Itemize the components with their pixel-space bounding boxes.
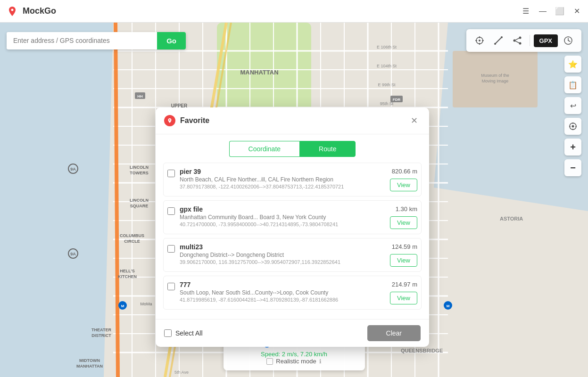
svg-line-85 xyxy=(495,37,502,44)
svg-text:FDR: FDR xyxy=(393,98,401,102)
zoom-out-button[interactable]: − xyxy=(564,159,581,176)
svg-text:LINCOLN: LINCOLN xyxy=(130,165,149,170)
favorite-modal: Favorite ✕ Coordinate Route pier 39 Nort… xyxy=(156,107,429,347)
copy-button[interactable]: 📋 xyxy=(564,76,581,93)
share-button[interactable] xyxy=(509,32,526,49)
modal-close-button[interactable]: ✕ xyxy=(407,114,421,127)
close-button[interactable]: ✕ xyxy=(571,6,582,17)
menu-button[interactable]: ☰ xyxy=(520,6,531,17)
speed-text: Speed: 2 m/s, 7.20 km/h xyxy=(233,351,356,358)
svg-point-90 xyxy=(519,42,521,45)
svg-text:QUEENSBRIDGE: QUEENSBRIDGE xyxy=(401,348,443,353)
select-all-checkbox[interactable] xyxy=(164,329,172,337)
svg-text:SQUARE: SQUARE xyxy=(130,204,149,208)
view-button-3[interactable]: View xyxy=(390,292,417,304)
location-button[interactable] xyxy=(564,118,581,135)
favorite-item: multi23 Dongcheng District--> Dongcheng … xyxy=(163,238,422,272)
info-icon: ℹ xyxy=(319,358,322,365)
undo-button[interactable]: ↩ xyxy=(564,97,581,114)
window-controls: ☰ — ⬜ ✕ xyxy=(520,6,582,17)
item-coords-2: 39.9062170000, 116.3912757000-->39.90540… xyxy=(180,259,385,265)
svg-point-88 xyxy=(519,37,521,39)
item-info-2: multi23 Dongcheng District--> Dongcheng … xyxy=(180,243,385,265)
gpx-button[interactable]: GPX xyxy=(534,34,558,47)
item-coords-0: 37.8079173808, -122.4100262006-->37.8048… xyxy=(180,184,385,189)
item-distance-3: 214.97 m xyxy=(392,281,417,288)
item-coords-3: 41.8719985619, -87.6160044281-->41.87092… xyxy=(180,297,385,303)
svg-text:LINCOLN: LINCOLN xyxy=(130,198,149,203)
select-all-label: Select All xyxy=(175,329,203,337)
svg-text:KITCHEN: KITCHEN xyxy=(118,274,137,279)
svg-line-95 xyxy=(568,41,570,41)
go-button[interactable]: Go xyxy=(157,32,186,49)
svg-text:9A: 9A xyxy=(70,252,76,256)
logo-icon xyxy=(6,5,19,18)
svg-text:THEATER: THEATER xyxy=(91,328,111,332)
item-info-3: 777 South Loop, Near South Sid...County-… xyxy=(180,281,385,303)
item-checkbox-0[interactable] xyxy=(167,170,175,177)
right-panel: ⭐ 📋 ↩ + − xyxy=(564,56,581,176)
map-container: MANHATTAN UPPER WEST SIDE LINCOLN TOWERS… xyxy=(0,23,588,377)
item-name-2: multi23 xyxy=(180,243,385,251)
item-info-0: pier 39 North Beach, CAL Fire Norther...… xyxy=(180,168,385,189)
top-toolbar: Go xyxy=(7,29,581,52)
modal-footer: Select All Clear xyxy=(156,319,429,347)
search-input[interactable] xyxy=(7,32,157,49)
realistic-checkbox[interactable] xyxy=(266,358,273,365)
minimize-button[interactable]: — xyxy=(537,6,548,17)
svg-text:Museum of the: Museum of the xyxy=(481,73,509,78)
modal-tabs: Coordinate Route xyxy=(156,134,429,157)
view-button-2[interactable]: View xyxy=(390,254,417,267)
crosshair-button[interactable] xyxy=(471,32,488,49)
search-area: Go xyxy=(7,32,186,49)
svg-text:TOWERS: TOWERS xyxy=(130,171,148,175)
modal-header-icon xyxy=(164,115,175,126)
select-all-area: Select All xyxy=(164,329,203,337)
clock-button[interactable] xyxy=(560,32,577,49)
svg-text:MoMa: MoMa xyxy=(140,302,152,306)
item-checkbox-2[interactable] xyxy=(167,245,175,253)
item-location-2: Dongcheng District--> Dongcheng District xyxy=(180,252,385,258)
modal-body: pier 39 North Beach, CAL Fire Norther...… xyxy=(156,157,429,319)
app-title: MockGo xyxy=(23,6,56,16)
svg-text:E 104th St: E 104th St xyxy=(377,64,397,68)
item-checkbox-3[interactable] xyxy=(167,283,175,290)
realistic-mode: Realistic mode ℹ xyxy=(233,358,356,365)
svg-point-97 xyxy=(572,125,574,128)
view-button-1[interactable]: View xyxy=(390,216,417,229)
svg-point-80 xyxy=(479,40,480,41)
item-location-1: Manhattan Community Board... Board 3, Ne… xyxy=(180,214,385,221)
svg-text:ASTORIA: ASTORIA xyxy=(500,216,523,221)
favorite-item: gpx file Manhattan Community Board... Bo… xyxy=(163,200,422,234)
favorite-item: pier 39 North Beach, CAL Fire Norther...… xyxy=(163,163,422,197)
clear-button[interactable]: Clear xyxy=(367,325,421,341)
item-location-3: South Loop, Near South Sid...County-->Lo… xyxy=(180,289,385,296)
tab-route[interactable]: Route xyxy=(299,141,356,157)
item-name-1: gpx file xyxy=(180,205,385,213)
titlebar: MockGo ☰ — ⬜ ✕ xyxy=(0,0,588,23)
svg-text:E 99th St: E 99th St xyxy=(378,82,396,87)
maximize-button[interactable]: ⬜ xyxy=(554,6,565,17)
tab-coordinate[interactable]: Coordinate xyxy=(229,141,300,157)
svg-text:5th Ave: 5th Ave xyxy=(174,370,189,375)
right-toolbar: GPX xyxy=(466,29,581,52)
line-button[interactable] xyxy=(490,32,507,49)
svg-text:M: M xyxy=(447,304,450,308)
svg-point-86 xyxy=(494,43,496,45)
item-distance-2: 124.59 m xyxy=(392,243,417,250)
item-coords-1: 40.7214700000, -73.9958400000-->40.72143… xyxy=(180,221,385,227)
svg-text:HH: HH xyxy=(137,94,143,98)
app-logo: MockGo xyxy=(6,5,56,18)
svg-text:MIDTOWN: MIDTOWN xyxy=(79,358,100,363)
item-checkbox-1[interactable] xyxy=(167,207,175,215)
view-button-0[interactable]: View xyxy=(390,179,417,191)
item-right-3: 214.97 m View xyxy=(390,281,417,304)
svg-line-91 xyxy=(515,41,519,43)
svg-text:CIRCLE: CIRCLE xyxy=(124,239,140,244)
zoom-in-button[interactable]: + xyxy=(564,139,581,156)
svg-text:HELL'S: HELL'S xyxy=(120,269,135,273)
star-button[interactable]: ⭐ xyxy=(564,56,581,73)
modal-title: Favorite xyxy=(180,116,209,125)
toolbar-divider xyxy=(530,35,530,46)
svg-text:M: M xyxy=(121,304,124,308)
